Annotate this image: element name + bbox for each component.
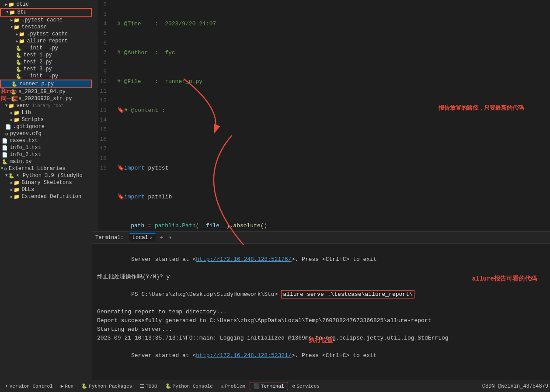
sidebar-item-allure-report[interactable]: ▶ 📁 allure_report (0, 38, 92, 45)
sidebar-item-label: .pytest_cache (21, 17, 63, 23)
sidebar-item-ext-def[interactable]: ▶ 📁 Extended Definition (0, 193, 92, 200)
line-num: 16 (98, 135, 110, 144)
sidebar-item-otic[interactable]: ▶ 📁 otic (0, 1, 92, 8)
library-icon: ⚙ (4, 166, 7, 172)
sidebar-item-label: s_20230930_str.py (18, 96, 72, 102)
code-line-4: # @File : runner_p.py (117, 77, 550, 87)
terminal-tab-local[interactable]: Local ✕ (129, 233, 156, 242)
folder-icon: 📁 (14, 117, 20, 123)
toolbar-btn-todo[interactable]: ☰ TODO (136, 382, 160, 390)
arrow-icon: ▶ (10, 18, 13, 23)
arrow-icon: ▶ (5, 2, 7, 7)
sidebar-item-info2[interactable]: 📄 info_2.txt (0, 151, 92, 158)
toolbar-btn-problem-label: Problem (225, 384, 245, 389)
line-num: 15 (98, 125, 110, 135)
main-area: 和run同一层 ▶ 📁 otic ▼ 📁 Stu ▶ 📁 .pytest_cac… (0, 0, 550, 380)
sidebar-item-info1[interactable]: 📄 info_1.txt (0, 144, 92, 151)
terminal-link-1[interactable]: http://172.16.248.128:52176/ (196, 256, 291, 263)
arrow-icon: ▶ (16, 32, 18, 37)
terminal-line-8: Server started at <http://172.16.248.128… (97, 343, 545, 369)
sidebar-item-stu[interactable]: ▼ 📁 Stu (0, 8, 92, 17)
terminal-add-btn[interactable]: + (158, 234, 165, 241)
toolbar-btn-services[interactable]: ⚙ Services (289, 382, 323, 390)
code-line-3: # @Author : fyc (117, 48, 550, 58)
sidebar-item-dlls[interactable]: ▶ 📁 DLLs (0, 186, 92, 193)
arrow-icon: ▼ (6, 10, 8, 14)
sidebar-item-label: cases.txt (10, 138, 38, 144)
sidebar-item-label: Extended Definition (21, 194, 81, 200)
line-num: 8 (98, 58, 110, 67)
sidebar-item-python39[interactable]: ▼ 🐍 < Python 3.9 (StudyHo (0, 172, 92, 179)
sidebar-item-label: Scripts (21, 117, 43, 123)
packages-icon: 🐍 (81, 383, 87, 389)
terminal-tab-name: Local (132, 235, 148, 241)
line-num: 12 (98, 96, 110, 106)
sidebar-item-runner[interactable]: 🐍 runner_p.py (0, 80, 92, 88)
arrow-icon: ▶ (10, 194, 13, 199)
line-num: 10 (98, 77, 110, 87)
arrow-icon: ▶ (10, 187, 13, 192)
file-icon: 📄 (2, 145, 8, 151)
sidebar-item-tc-pytest[interactable]: ▶ 📁 .pytest_cache (0, 31, 92, 38)
sidebar-item-label: pyvenv.cfg (10, 131, 42, 137)
line-num: 3 (98, 10, 110, 19)
toolbar-btn-terminal[interactable]: ⬛ Terminal (250, 382, 288, 390)
arrow-icon: ▼ (5, 104, 7, 108)
sidebar-item-venv[interactable]: ▼ 📁 venv library root (0, 102, 92, 109)
sidebar-item-label: test_1.py (24, 52, 52, 58)
toolbar-btn-todo-label: TODO (146, 384, 157, 389)
terminal-link-2[interactable]: http://172.16.248.128:52321/ (196, 352, 291, 359)
sidebar-item-testcase[interactable]: ▼ 📁 testcase (0, 24, 92, 31)
file-icon: 📄 (2, 138, 8, 144)
terminal-content[interactable]: allure报告可看的代码 执行位置 Server started at <ht… (92, 244, 550, 380)
sidebar-item-binary[interactable]: ▶ 📁 Binary Skeletons (0, 179, 92, 186)
bottom-toolbar: ⬆ Version Control ▶ Run 🐍 Python Package… (0, 380, 550, 392)
terminal-tabs: Terminal: Local ✕ + ▾ (92, 232, 550, 244)
line-num: 6 (98, 38, 110, 48)
folder-icon: 📁 (14, 110, 20, 116)
toolbar-btn-vcs-label: Version Control (10, 384, 53, 389)
toolbar-btn-run[interactable]: ▶ Run (57, 382, 77, 390)
sidebar-item-pytest-cache[interactable]: ▶ 📁 .pytest_cache (0, 17, 92, 24)
sidebar-item-label: otic (16, 1, 29, 7)
sidebar-item-main[interactable]: 🐍 main.py (0, 158, 92, 165)
terminal-dropdown-btn[interactable]: ▾ (167, 234, 174, 241)
sidebar-item-scripts[interactable]: ▶ 📁 Scripts (0, 116, 92, 123)
sidebar-item-ext-libs[interactable]: ▼ ⚙ External Libraries (0, 165, 92, 172)
code-line-2: # @Time : 2023/9/20 21:07 (117, 19, 550, 29)
services-icon: ⚙ (292, 383, 296, 389)
file-icon: 🐍 (16, 52, 22, 58)
terminal-tab-close[interactable]: ✕ (150, 235, 153, 240)
folder-icon: 📁 (14, 17, 20, 23)
file-icon: ⚙ (5, 131, 8, 137)
python-icon: 🐍 (8, 173, 14, 179)
code-line-5: 🔖# @content : (117, 106, 550, 115)
sidebar-item-label: venv library root (16, 103, 63, 109)
toolbar-btn-console[interactable]: 🐍 Python Console (162, 382, 216, 390)
code-line-9: path = pathlib.Path(__file__).absolute() (117, 221, 550, 231)
line-num: 7 (98, 48, 110, 58)
file-icon: 🐍 (16, 66, 22, 72)
sidebar-item-test2[interactable]: 🐍 test_2.py (0, 59, 92, 66)
toolbar-btn-packages[interactable]: 🐍 Python Packages (78, 382, 136, 390)
sidebar-item-label: DLLs (21, 187, 34, 193)
sidebar-item-gitignore[interactable]: 📄 .gitignore (0, 123, 92, 130)
sidebar-item-lib[interactable]: ▶ 📁 Lib (0, 109, 92, 116)
folder-icon: 📁 (9, 10, 15, 15)
sidebar-item-label: External Libraries (9, 166, 66, 172)
sidebar-item-init2[interactable]: 🐍 __init__.py (0, 73, 92, 80)
sidebar-item-init1[interactable]: 🐍 __init__.py (0, 45, 92, 52)
console-icon: 🐍 (165, 383, 171, 389)
todo-icon: ☰ (140, 383, 144, 389)
folder-icon: 📁 (19, 31, 25, 37)
code-lines[interactable]: # @Time : 2023/9/20 21:07 # @Author : fy… (114, 0, 550, 231)
toolbar-btn-vcs[interactable]: ⬆ Version Control (2, 382, 56, 390)
sidebar-item-cases[interactable]: 📄 cases.txt (0, 137, 92, 144)
sidebar-item-test3[interactable]: 🐍 test_3.py (0, 66, 92, 73)
code-line-7: 🔖import pytest (117, 163, 550, 173)
terminal-line-5: Report successfully generated to C:\User… (97, 316, 545, 325)
line-num: 19 (98, 163, 110, 173)
sidebar-item-pyvenv[interactable]: ⚙ pyvenv.cfg (0, 130, 92, 137)
toolbar-btn-problem[interactable]: ⚠ Problem (217, 382, 249, 390)
sidebar-item-test1[interactable]: 🐍 test_1.py (0, 52, 92, 59)
